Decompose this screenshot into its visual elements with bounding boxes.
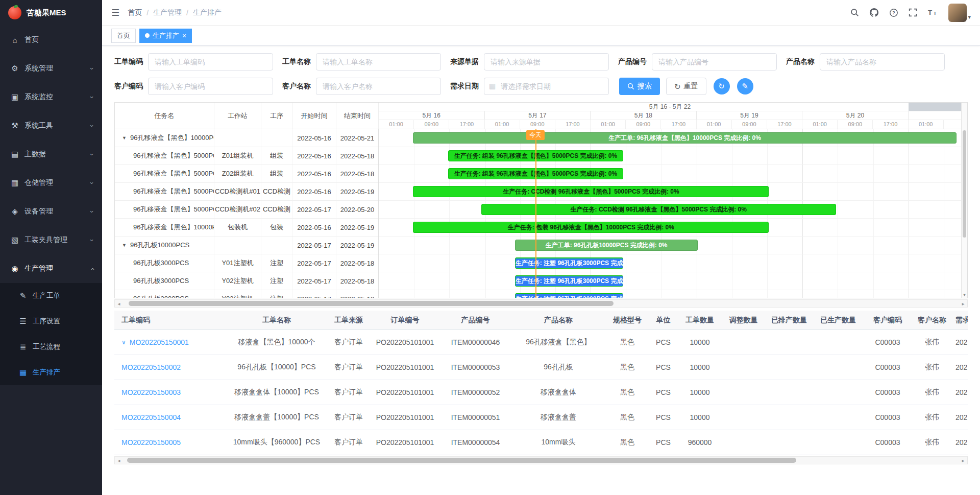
avatar-caret-icon[interactable]: ▾ xyxy=(968,14,971,22)
sync-icon: ↻ xyxy=(718,82,725,91)
orders-row[interactable]: MO202205150004移液盒盒盖【10000】PCS客户订单PO20220… xyxy=(114,405,968,430)
sync-button[interactable]: ↻ xyxy=(714,78,730,95)
gantt-task-row[interactable]: ▼96孔移液盒【黑色】10000PCS2022-05-162022-05-21 xyxy=(115,129,378,147)
edit-button[interactable]: ✎ xyxy=(737,78,753,95)
work-order-link[interactable]: MO202205150002 xyxy=(121,363,181,371)
gantt-task-row[interactable]: 96孔孔板3000PCSY03注塑机注塑2022-05-172022-05-18 xyxy=(115,290,378,298)
schedule-icon: ▦ xyxy=(17,368,29,377)
sidebar-item-warehouse-management[interactable]: ▦仓储管理› xyxy=(0,169,102,197)
sidebar-item-production-management[interactable]: ◉生产管理› xyxy=(0,254,102,283)
gantt-horizontal-scrollbar[interactable]: ◂ ▸ xyxy=(114,299,968,308)
sidebar-item-system-tools[interactable]: ⚒系统工具› xyxy=(0,111,102,140)
gantt-task-bar[interactable]: 生产任务: 注塑 96孔孔板3000PCS 完成 xyxy=(515,257,623,269)
gantt-task-bar[interactable]: 生产任务: 包装 96孔移液盒【黑色】10000PCS 完成比例: 0% xyxy=(413,222,769,233)
gantt-task-row[interactable]: 96孔孔板3000PCSY01注塑机注塑2022-05-172022-05-18 xyxy=(115,254,378,272)
gantt-task-bar[interactable]: 生产任务: 注塑 96孔孔板3000PCS 完成 xyxy=(515,275,623,287)
gantt-order-bar[interactable]: 生产工单: 96孔孔板10000PCS 完成比例: 0% xyxy=(515,240,698,251)
gantt-order-bar[interactable]: 生产工单: 96孔移液盒【黑色】10000PCS 完成比例: 0% xyxy=(413,132,957,144)
scrollbar-thumb[interactable] xyxy=(963,130,966,238)
gantt-vertical-scrollbar[interactable]: ▾ xyxy=(961,103,967,298)
user-avatar[interactable] xyxy=(948,4,967,22)
help-icon[interactable]: ? xyxy=(889,8,898,17)
scroll-right-icon[interactable]: ▸ xyxy=(959,301,967,307)
reset-button[interactable]: ↻ 重置 xyxy=(666,78,706,95)
filter-input[interactable] xyxy=(820,53,945,70)
work-order-link[interactable]: MO202205150004 xyxy=(121,413,181,421)
sidebar-subitem-production-scheduling[interactable]: ▦生产排产 xyxy=(0,360,102,385)
scrollbar-thumb[interactable] xyxy=(127,458,796,463)
orders-cell: PO202205101001 xyxy=(371,413,439,421)
breadcrumb-separator: / xyxy=(186,9,188,17)
scrollbar-track[interactable] xyxy=(123,300,959,307)
sidebar-subitem-process-settings[interactable]: ☰工序设置 xyxy=(0,309,102,334)
breadcrumb-item[interactable]: 首页 xyxy=(128,8,142,17)
gantt-task-bar[interactable]: 生产任务: CCD检测 96孔移液盒【黑色】5000PCS 完成比例: 0% xyxy=(413,186,769,197)
filter-label: 工单名称 xyxy=(282,57,311,66)
gantt-task-row[interactable]: 96孔移液盒【黑色】5000PCSZ02组装机组装2022-05-162022-… xyxy=(115,165,378,183)
sidebar-subitem-process-flow[interactable]: ≣工艺流程 xyxy=(0,334,102,360)
orders-row[interactable]: MO202205150003移液盒盒体【10000】PCS客户订单PO20220… xyxy=(114,380,968,405)
filter-input[interactable] xyxy=(316,53,441,70)
task-name: 96孔移液盒【黑色】5000PCS xyxy=(133,151,214,160)
orders-column-header: 已生产数量 xyxy=(814,316,863,325)
tab-production-scheduling[interactable]: 生产排产× xyxy=(139,29,192,43)
demand-date-input[interactable] xyxy=(484,78,609,95)
gantt-task-row[interactable]: 96孔孔板3000PCSY02注塑机注塑2022-05-172022-05-18 xyxy=(115,272,378,290)
collapse-icon[interactable]: ▼ xyxy=(122,243,127,248)
gantt-task-bar[interactable]: 生产任务: CCD检测 96孔移液盒【黑色】5000PCS 完成比例: 0% xyxy=(481,204,836,215)
search-button[interactable]: 搜索 xyxy=(619,78,660,95)
filter-input[interactable] xyxy=(148,78,273,95)
github-icon[interactable] xyxy=(869,8,879,17)
app-logo[interactable]: 苦糖果MES xyxy=(0,0,102,26)
orders-cell: PO202205101001 xyxy=(371,338,439,346)
pencil-icon: ✎ xyxy=(742,82,748,91)
orders-row[interactable]: MO20220515000296孔孔板【10000】PCS客户订单PO20220… xyxy=(114,355,968,380)
filter-input[interactable] xyxy=(316,78,441,95)
expand-row-icon[interactable]: ∨ xyxy=(121,339,126,346)
filter-label: 产品名称 xyxy=(786,57,815,66)
filter-input[interactable] xyxy=(652,53,777,70)
gantt-task-bar[interactable]: 生产任务: 注塑 96孔孔板3000PCS 完成 xyxy=(515,293,623,298)
tab-close-icon[interactable]: × xyxy=(182,32,186,39)
gantt-body: 生产工单: 96孔移液盒【黑色】10000PCS 完成比例: 0%生产任务: 组… xyxy=(379,129,961,298)
tab-home[interactable]: 首页 xyxy=(111,29,136,43)
scroll-down-icon[interactable]: ▾ xyxy=(962,292,967,297)
collapse-icon[interactable]: ▼ xyxy=(122,135,127,140)
orders-cell: 客户订单 xyxy=(327,338,371,347)
filter-input[interactable] xyxy=(484,53,609,70)
search-icon[interactable] xyxy=(850,8,859,17)
orders-horizontal-scrollbar[interactable]: ◂ ▸ xyxy=(114,456,968,464)
gantt-task-row[interactable]: 96孔移液盒【黑色】5000PCSCCD检测机#01CCD检测2022-05-1… xyxy=(115,183,378,201)
sidebar-item-system-monitor[interactable]: ▣系统监控› xyxy=(0,83,102,111)
header-icons: ?TT xyxy=(850,8,938,17)
scroll-left-icon[interactable]: ◂ xyxy=(115,301,123,307)
sidebar-item-fixture-management[interactable]: ▧工装夹具管理› xyxy=(0,226,102,254)
sidebar-item-device-management[interactable]: ◈设备管理› xyxy=(0,197,102,226)
orders-row[interactable]: MO20220515000510mm吸头【960000】PCS客户订单PO202… xyxy=(114,430,968,455)
gantt-task-row[interactable]: ▼96孔孔板10000PCS2022-05-172022-05-19 xyxy=(115,237,378,254)
hamburger-icon[interactable]: ☰ xyxy=(111,7,119,18)
orders-column-header: 需求日期 xyxy=(951,316,968,325)
fullscreen-icon[interactable] xyxy=(909,8,917,17)
filter-input[interactable] xyxy=(148,53,273,70)
gantt-task-row[interactable]: 96孔移液盒【黑色】5000PCSCCD检测机#02CCD检测2022-05-1… xyxy=(115,201,378,219)
sidebar-item-master-data[interactable]: ▤主数据› xyxy=(0,140,102,169)
scrollbar-track[interactable] xyxy=(123,457,959,464)
scrollbar-thumb[interactable] xyxy=(129,301,614,306)
gantt-days-row: 5月 165月 175月 185月 195月 20 xyxy=(379,111,961,120)
sidebar-item-system-management[interactable]: ⚙系统管理› xyxy=(0,54,102,83)
sidebar-item-home[interactable]: ⌂首页 xyxy=(0,26,102,54)
work-order-link[interactable]: MO202205150001 xyxy=(130,338,189,346)
gantt-day-label: 5月 19 xyxy=(697,111,803,120)
font-size-icon[interactable]: TT xyxy=(927,8,938,17)
scroll-right-icon[interactable]: ▸ xyxy=(959,458,967,463)
gantt-task-row[interactable]: 96孔移液盒【黑色】10000PCS包装机包装2022-05-162022-05… xyxy=(115,219,378,237)
scroll-left-icon[interactable]: ◂ xyxy=(115,458,123,463)
work-order-link[interactable]: MO202205150005 xyxy=(121,438,181,446)
breadcrumb-item[interactable]: 生产管理 xyxy=(153,8,182,17)
orders-row[interactable]: ∨MO202205150001移液盒【黑色】10000个客户订单PO202205… xyxy=(114,330,968,355)
gantt-task-row[interactable]: 96孔移液盒【黑色】5000PCSZ01组装机组装2022-05-162022-… xyxy=(115,147,378,165)
work-order-link[interactable]: MO202205150003 xyxy=(121,388,181,396)
sidebar-subitem-production-work-order[interactable]: ✎生产工单 xyxy=(0,283,102,309)
filter-label: 工单编码 xyxy=(114,57,143,66)
